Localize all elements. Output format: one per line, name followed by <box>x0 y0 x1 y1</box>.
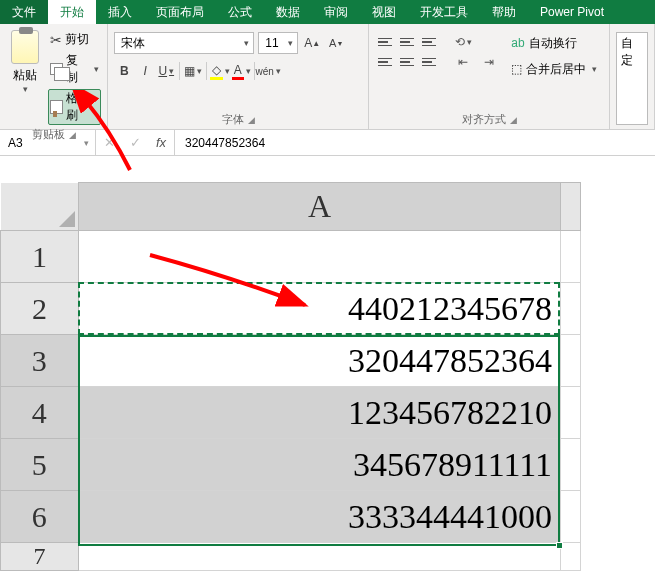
align-top-button[interactable] <box>375 32 395 52</box>
wrap-icon: ab <box>511 36 524 50</box>
fill-handle[interactable] <box>556 542 563 549</box>
menu-view[interactable]: 视图 <box>360 0 408 24</box>
phonetic-button[interactable]: wén▾ <box>258 60 278 82</box>
chevron-down-icon: ▾ <box>244 38 249 48</box>
dialog-launcher-icon[interactable]: ◢ <box>510 115 517 125</box>
menu-data[interactable]: 数据 <box>264 0 312 24</box>
formula-bar: A3 ▾ ✕ ✓ fx 320447852364 <box>0 130 655 156</box>
cell-a6[interactable]: 333344441000 <box>79 491 561 543</box>
formula-input[interactable]: 320447852364 <box>175 130 655 155</box>
cut-label: 剪切 <box>65 31 89 48</box>
align-right-button[interactable] <box>419 52 439 72</box>
format-painter-label: 格式刷 <box>66 90 99 124</box>
bucket-icon: ◇ <box>210 63 223 80</box>
increase-indent-button[interactable]: ⇥ <box>477 52 501 72</box>
row-header-2[interactable]: 2 <box>1 283 79 335</box>
wrap-label: 自动换行 <box>529 35 577 52</box>
cell-a5[interactable]: 345678911111 <box>79 439 561 491</box>
merge-center-button[interactable]: ⬚ 合并后居中 ▾ <box>511 58 603 80</box>
font-name-value: 宋体 <box>121 35 145 52</box>
cell-a7[interactable] <box>79 543 561 571</box>
paste-button[interactable]: 粘贴 ▾ <box>6 28 44 125</box>
cell-b6[interactable] <box>561 491 581 543</box>
select-all-corner[interactable] <box>1 183 79 231</box>
copy-button[interactable]: 复制 ▾ <box>48 51 102 87</box>
align-bottom-button[interactable] <box>419 32 439 52</box>
name-box[interactable]: A3 ▾ <box>0 130 96 155</box>
menu-help[interactable]: 帮助 <box>480 0 528 24</box>
font-group-label: 字体 <box>222 112 244 127</box>
wrap-text-button[interactable]: ab 自动换行 <box>511 32 603 54</box>
chevron-down-icon: ▾ <box>592 64 597 74</box>
copy-icon <box>50 63 64 75</box>
copy-label: 复制 <box>66 52 89 86</box>
underline-button[interactable]: U▾ <box>156 60 176 82</box>
chevron-down-icon: ▾ <box>288 38 293 48</box>
cell-b5[interactable] <box>561 439 581 491</box>
menu-powerpivot[interactable]: Power Pivot <box>528 0 616 24</box>
border-button[interactable]: ▦▾ <box>183 60 203 82</box>
row-header-6[interactable]: 6 <box>1 491 79 543</box>
chevron-down-icon: ▾ <box>23 84 28 94</box>
paste-label: 粘贴 <box>13 67 37 84</box>
orientation-button[interactable]: ⟲▾ <box>451 32 475 52</box>
grow-font-button[interactable]: A▲ <box>302 32 322 54</box>
cell-a2[interactable]: 440212345678 <box>79 283 561 335</box>
row-header-7[interactable]: 7 <box>1 543 79 571</box>
cell-a3[interactable]: 320447852364 <box>79 335 561 387</box>
chevron-down-icon: ▾ <box>169 66 174 76</box>
font-color-icon: A <box>232 63 244 80</box>
bold-button[interactable]: B <box>114 60 134 82</box>
font-color-button[interactable]: A▾ <box>231 60 251 82</box>
row-header-1[interactable]: 1 <box>1 231 79 283</box>
cell-b2[interactable] <box>561 283 581 335</box>
ribbon-group-font: 宋体 ▾ 11 ▾ A▲ A▼ B I U▾ ▦▾ ◇▾ A▾ <box>108 24 369 129</box>
menu-review[interactable]: 审阅 <box>312 0 360 24</box>
cut-button[interactable]: ✂ 剪切 <box>48 30 102 49</box>
merge-label: 合并后居中 <box>526 61 586 78</box>
dialog-launcher-icon[interactable]: ◢ <box>248 115 255 125</box>
italic-button[interactable]: I <box>135 60 155 82</box>
cancel-formula-button[interactable]: ✕ <box>96 135 122 150</box>
ribbon-group-number: 自定 <box>610 24 655 129</box>
row-header-3[interactable]: 3 <box>1 335 79 387</box>
cell-b3[interactable] <box>561 335 581 387</box>
decrease-indent-button[interactable]: ⇤ <box>451 52 475 72</box>
accept-formula-button[interactable]: ✓ <box>122 135 148 150</box>
menu-page-layout[interactable]: 页面布局 <box>144 0 216 24</box>
chevron-down-icon: ▾ <box>94 64 99 74</box>
cell-b1[interactable] <box>561 231 581 283</box>
column-header-a[interactable]: A <box>79 183 561 231</box>
cell-a4[interactable]: 123456782210 <box>79 387 561 439</box>
number-format-select[interactable]: 自定 <box>616 32 648 125</box>
menu-formulas[interactable]: 公式 <box>216 0 264 24</box>
menu-home[interactable]: 开始 <box>48 0 96 24</box>
cell-b7[interactable] <box>561 543 581 571</box>
shrink-font-button[interactable]: A▼ <box>326 32 346 54</box>
fx-button[interactable]: fx <box>148 135 174 150</box>
cell-b4[interactable] <box>561 387 581 439</box>
ribbon-group-clipboard: 粘贴 ▾ ✂ 剪切 复制 ▾ 格式刷 剪贴板 <box>0 24 108 129</box>
worksheet-grid: A 1 2 440212345678 3 320447852364 4 1234… <box>0 182 655 571</box>
fill-color-button[interactable]: ◇▾ <box>210 60 230 82</box>
ribbon: 粘贴 ▾ ✂ 剪切 复制 ▾ 格式刷 剪贴板 <box>0 24 655 130</box>
align-left-button[interactable] <box>375 52 395 72</box>
brush-icon <box>50 100 63 114</box>
align-middle-button[interactable] <box>397 32 417 52</box>
format-painter-button[interactable]: 格式刷 <box>48 89 102 125</box>
menu-insert[interactable]: 插入 <box>96 0 144 24</box>
scissors-icon: ✂ <box>50 32 62 48</box>
paste-icon <box>11 30 39 64</box>
menubar: 文件 开始 插入 页面布局 公式 数据 审阅 视图 开发工具 帮助 Power … <box>0 0 655 24</box>
align-center-button[interactable] <box>397 52 417 72</box>
ribbon-group-alignment: ⟲▾ ⇤ ⇥ ab 自动换行 ⬚ 合并后居中 <box>369 24 610 129</box>
row-header-4[interactable]: 4 <box>1 387 79 439</box>
row-header-5[interactable]: 5 <box>1 439 79 491</box>
menu-devtools[interactable]: 开发工具 <box>408 0 480 24</box>
cell-a1[interactable] <box>79 231 561 283</box>
font-name-select[interactable]: 宋体 ▾ <box>114 32 254 54</box>
font-size-select[interactable]: 11 ▾ <box>258 32 298 54</box>
menu-file[interactable]: 文件 <box>0 0 48 24</box>
font-size-value: 11 <box>265 36 278 50</box>
column-header-b[interactable] <box>561 183 581 231</box>
